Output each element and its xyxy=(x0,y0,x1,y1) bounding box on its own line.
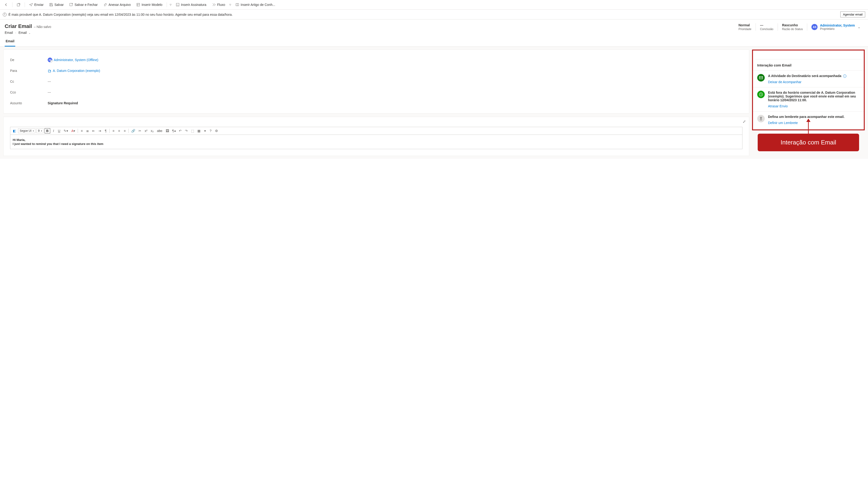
undo-button[interactable]: ↶ xyxy=(178,128,183,134)
subject-row: Assunto Signature Required xyxy=(10,98,743,108)
align-right-button[interactable]: ≡ xyxy=(122,128,127,134)
page-title: Criar Email xyxy=(5,23,32,29)
svg-rect-4 xyxy=(176,3,179,6)
bcc-value[interactable]: --- xyxy=(48,90,743,94)
indent-button[interactable]: ⇥ xyxy=(97,128,102,134)
attach-button[interactable]: Anexar Arquivo xyxy=(101,1,133,8)
save-close-button[interactable]: Salvar e Fechar xyxy=(67,1,100,8)
email-engagement-panel: Interação com Email A Atividade do Desti… xyxy=(752,49,865,130)
font-color-button[interactable]: A▾ xyxy=(70,128,76,134)
bold-button[interactable]: B xyxy=(45,128,50,133)
subject-value[interactable]: Signature Required xyxy=(48,101,743,105)
hourglass-icon xyxy=(757,115,765,122)
body-line-1: Hi Maria, xyxy=(13,138,740,142)
status-completion: --- Conclusão xyxy=(756,23,778,31)
highlight-button[interactable]: ✎▾ xyxy=(63,128,69,134)
insert-article-button[interactable]: Inserir Artigo de Conh... xyxy=(233,1,277,8)
template-icon xyxy=(136,3,140,6)
owner-block[interactable]: AS Administrator, System Proprietário xyxy=(807,23,855,30)
direction-button[interactable]: ¶◂ xyxy=(171,128,177,134)
from-row: De AS Administrator, System (Offline) xyxy=(10,55,743,65)
link-button[interactable]: 🔗 xyxy=(130,128,136,134)
insert-signature-button[interactable]: Inserir Assinatura xyxy=(174,1,209,8)
insert-template-button[interactable]: Inserir Modelo xyxy=(134,1,165,8)
separator xyxy=(12,2,13,7)
back-button[interactable] xyxy=(2,1,10,8)
svg-rect-1 xyxy=(137,3,140,6)
help-button[interactable]: ? xyxy=(208,128,213,134)
crumb-entity[interactable]: Email xyxy=(5,31,13,35)
save-label: Salvar xyxy=(54,3,64,6)
paperclip-icon xyxy=(103,3,107,6)
bcc-row: Cco --- xyxy=(10,87,743,98)
clock-icon xyxy=(757,91,765,98)
svg-rect-5 xyxy=(759,77,762,79)
set-reminder-link[interactable]: Definir um Lembrete xyxy=(768,121,860,125)
flow-icon xyxy=(212,3,216,6)
from-value[interactable]: AS Administrator, System (Offline) xyxy=(48,58,743,62)
attach-label: Anexar Arquivo xyxy=(109,3,131,6)
save-close-icon xyxy=(69,3,73,6)
schedule-email-button[interactable]: Agendar email xyxy=(840,12,865,17)
redo-button[interactable]: ↷ xyxy=(184,128,189,134)
status-reason: Rascunho Razão do Status xyxy=(778,23,807,31)
open-new-icon xyxy=(17,3,20,6)
annotation-callout: Interação com Email xyxy=(752,134,865,151)
clear-format-button[interactable]: ⬚ xyxy=(190,128,195,134)
save-button[interactable]: Salvar xyxy=(47,1,66,8)
unlink-button[interactable]: ✂ xyxy=(137,128,142,134)
align-center-button[interactable]: ≡ xyxy=(117,128,121,134)
template-dropdown[interactable]: ▽ xyxy=(169,3,173,6)
strikethrough-button[interactable]: abc xyxy=(156,128,164,134)
number-list-button[interactable]: ≣ xyxy=(85,128,90,134)
font-family-select[interactable]: Segoe UI▾ xyxy=(18,128,36,133)
to-value[interactable]: A. Datum Corporation (exemplo) xyxy=(48,69,743,72)
font-size-select[interactable]: 9▾ xyxy=(37,128,44,133)
info-icon[interactable]: i xyxy=(843,74,846,78)
expand-editor-icon[interactable]: ⤢ xyxy=(743,119,746,124)
send-button[interactable]: Enviar xyxy=(27,1,46,8)
open-new-button[interactable] xyxy=(14,1,23,8)
arrow-line-icon xyxy=(808,121,809,134)
insight-hours-title: Está fora do horário comercial de A. Dat… xyxy=(768,91,856,102)
image-button[interactable]: 🖼 xyxy=(164,128,170,134)
page-header: Criar Email – Não salvo Email · Email ⌄ … xyxy=(0,20,868,37)
main-content: De AS Administrator, System (Offline) Pa… xyxy=(0,47,868,159)
tab-email[interactable]: Email xyxy=(5,37,15,46)
table-button[interactable]: ▦ xyxy=(196,128,202,134)
save-close-label: Salvar e Fechar xyxy=(74,3,98,6)
owner-label: Proprietário xyxy=(820,27,855,30)
cc-row: Cc --- xyxy=(10,76,743,87)
settings-button[interactable]: ⚙ xyxy=(214,128,219,134)
more-button[interactable]: ▾ xyxy=(203,128,207,134)
separator xyxy=(25,2,25,7)
body-line-2: I just wanted to remind you that I need … xyxy=(13,142,740,146)
superscript-button[interactable]: x² xyxy=(143,128,149,134)
italic-button[interactable]: I xyxy=(51,128,56,134)
email-body-editor[interactable]: Hi Maria, I just wanted to remind you th… xyxy=(10,135,743,149)
insight-tracking: A Atividade do Destinatário será acompan… xyxy=(753,70,864,87)
header-expand-chevron[interactable]: ⌄ xyxy=(855,25,863,29)
crumb-form[interactable]: Email xyxy=(19,31,27,35)
cc-value[interactable]: --- xyxy=(48,80,743,83)
delay-send-link[interactable]: Atrasar Envio xyxy=(768,104,860,108)
stop-tracking-link[interactable]: Deixar de Acompanhar xyxy=(768,80,860,84)
insert-signature-label: Inserir Assinatura xyxy=(181,3,206,6)
align-left-button[interactable]: ≡ xyxy=(111,128,116,134)
save-icon xyxy=(49,3,53,6)
form-selector-chevron[interactable]: ⌄ xyxy=(28,32,31,34)
unsaved-indicator: – Não salvo xyxy=(34,25,51,29)
signature-icon xyxy=(176,3,180,6)
bullet-list-button[interactable]: ≡ xyxy=(79,128,84,134)
send-label: Enviar xyxy=(34,3,44,6)
format-painter-icon[interactable]: ◧ xyxy=(12,128,17,134)
schedule-info-bar: ! É mais provável que A. Datum Corporati… xyxy=(0,9,868,20)
subscript-button[interactable]: x₂ xyxy=(150,128,155,134)
blockquote-button[interactable]: ¶ xyxy=(103,128,108,134)
flow-button[interactable]: Fluxo xyxy=(210,1,227,8)
mail-icon xyxy=(757,74,765,82)
subject-label: Assunto xyxy=(10,101,48,105)
underline-button[interactable]: U xyxy=(57,128,62,134)
outdent-button[interactable]: ⇤ xyxy=(91,128,96,134)
flow-dropdown[interactable]: ▽ xyxy=(228,3,232,6)
